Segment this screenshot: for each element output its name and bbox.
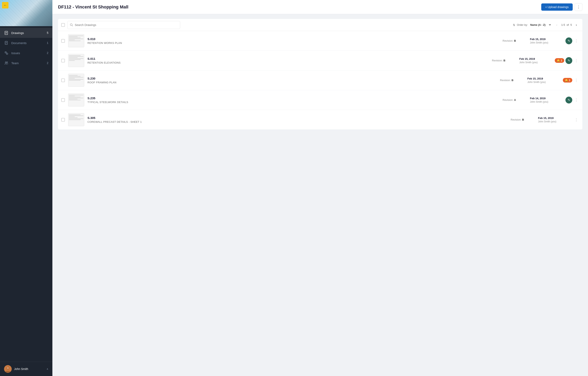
drawing-code: S.230 — [87, 77, 497, 80]
team-badge: 2 — [44, 61, 48, 65]
svg-point-11 — [5, 62, 6, 63]
thumbnail-preview — [69, 35, 83, 47]
date-info: Feb 15, 2019 John Smith (you) — [519, 57, 552, 64]
order-by-label: Order by: — [517, 23, 528, 26]
svg-line-17 — [72, 25, 73, 26]
drawings-icon — [4, 31, 9, 35]
avatar — [4, 365, 12, 373]
list-toolbar: ⇅ Order by: Name (A - Z) Name (Z - A) Da… — [58, 19, 582, 31]
thumbnail-preview — [69, 114, 83, 125]
date-text: Feb 15, 2019 — [527, 77, 560, 80]
drawing-row: S.230 ROOF FRAMING PLAN Revision: B Feb … — [58, 71, 582, 90]
upload-drawings-button[interactable]: + Upload drawings — [541, 3, 573, 11]
search-wrapper — [67, 21, 180, 29]
row-actions: 🔔1 ⋮ — [563, 77, 579, 83]
header-actions: + Upload drawings ⋮ — [541, 3, 582, 11]
main-content: DF112 - Vincent St Shopping Mall + Uploa… — [52, 0, 588, 376]
revision-letter: B — [514, 39, 516, 42]
sidebar-project-image: ← — [0, 0, 52, 26]
revision-info: Revision: B — [502, 39, 527, 42]
sidebar: ← Drawings 5 — [0, 0, 52, 376]
sidebar-item-issues[interactable]: Issues 2 — [0, 48, 52, 58]
chevron-up-icon: ∧ — [46, 367, 48, 370]
thumbnail-preview — [69, 94, 83, 106]
row-checkbox-2[interactable] — [61, 79, 65, 82]
sidebar-item-team[interactable]: Team 2 — [0, 58, 52, 68]
order-select[interactable]: Name (A - Z) Name (Z - A) Date (Newest) … — [529, 23, 552, 27]
drawing-thumbnail — [68, 74, 84, 87]
drawing-info: S.010 RETENTION WORKS PLAN — [87, 37, 499, 44]
drawing-info: S.305 COREWALL PRECAST DETAILS - SHEET 1 — [87, 116, 507, 123]
page-header: DF112 - Vincent St Shopping Mall + Uploa… — [52, 0, 588, 14]
drawing-row: S.011 RETENTION ELEVATIONS Revision: B F… — [58, 51, 582, 71]
edit-button[interactable]: ✎ — [566, 57, 572, 64]
issues-badge: 2 — [44, 51, 48, 54]
edit-button[interactable]: ✎ — [566, 97, 572, 104]
thumbnail-preview — [69, 74, 83, 86]
bell-icon: 🔔 — [565, 79, 568, 82]
sort-arrows-icon[interactable]: ⇅ — [513, 23, 515, 27]
date-info: Feb 15, 2019 John Smith (you) — [530, 38, 562, 44]
date-user: John Smith (you) — [530, 41, 562, 44]
row-checkbox-4[interactable] — [61, 118, 65, 122]
drawing-list: S.010 RETENTION WORKS PLAN Revision: B F… — [58, 31, 582, 129]
row-more-button[interactable]: ⋮ — [574, 117, 579, 123]
row-checkbox-0[interactable] — [61, 39, 65, 43]
date-user: John Smith (you) — [519, 61, 552, 64]
row-actions: ✎ ⋮ — [566, 97, 579, 104]
drawing-thumbnail — [68, 94, 84, 106]
documents-icon — [4, 41, 9, 45]
drawing-row: S.010 RETENTION WORKS PLAN Revision: B F… — [58, 31, 582, 51]
row-actions: 🔔1 ✎ ⋮ — [555, 57, 579, 64]
edit-button[interactable]: ✎ — [566, 37, 572, 44]
alert-badge: 🔔1 — [555, 58, 564, 63]
prev-page-button[interactable]: ‹ — [554, 22, 560, 28]
drawing-row: S.305 COREWALL PRECAST DETAILS - SHEET 1… — [58, 110, 582, 129]
date-info: Feb 15, 2019 John Smith (you) — [527, 77, 560, 84]
row-more-button[interactable]: ⋮ — [574, 97, 579, 103]
row-more-button[interactable]: ⋮ — [574, 77, 579, 83]
issues-label: Issues — [11, 51, 44, 55]
page-total: 5 — [570, 23, 572, 26]
date-user: John Smith (you) — [530, 100, 562, 103]
of-label: of — [567, 23, 569, 26]
row-actions: ✎ ⋮ — [566, 37, 579, 44]
date-text: Feb 15, 2019 — [530, 38, 562, 41]
drawings-badge: 5 — [44, 31, 48, 34]
revision-info: Revision: B — [511, 118, 535, 121]
drawing-info: S.011 RETENTION ELEVATIONS — [87, 57, 489, 64]
select-all-checkbox[interactable] — [61, 23, 65, 27]
revision-info: Revision: A — [502, 98, 527, 102]
page-title: DF112 - Vincent St Shopping Mall — [58, 4, 128, 10]
date-info: Feb 15, 2019 John Smith (you) — [538, 116, 570, 123]
documents-badge: 1 — [44, 41, 48, 44]
back-button[interactable]: ← — [2, 2, 9, 9]
drawing-code: S.010 — [87, 37, 499, 41]
team-label: Team — [11, 61, 44, 65]
sidebar-item-drawings[interactable]: Drawings 5 — [0, 28, 52, 38]
sidebar-nav: Drawings 5 Documents 1 — [0, 26, 52, 362]
next-page-button[interactable]: › — [574, 22, 579, 28]
date-user: John Smith (you) — [527, 81, 560, 84]
revision-letter: B — [512, 79, 513, 82]
user-profile[interactable]: John Smith ∧ — [0, 362, 52, 376]
row-checkbox-3[interactable] — [61, 98, 65, 102]
row-actions: ⋮ — [574, 117, 579, 123]
drawing-name: ROOF FRAMING PLAN — [87, 81, 497, 84]
row-more-button[interactable]: ⋮ — [574, 38, 579, 44]
page-range: 1-5 — [561, 23, 565, 26]
drawing-code: S.011 — [87, 57, 489, 60]
revision-letter: B — [503, 59, 505, 62]
row-more-button[interactable]: ⋮ — [574, 58, 579, 63]
bell-icon: 🔔 — [557, 59, 560, 62]
svg-point-12 — [7, 62, 8, 63]
sidebar-item-documents[interactable]: Documents 1 — [0, 38, 52, 48]
content-area: ⇅ Order by: Name (A - Z) Name (Z - A) Da… — [52, 14, 588, 376]
search-input[interactable] — [75, 23, 177, 27]
drawing-name: RETENTION WORKS PLAN — [87, 42, 499, 44]
more-options-button[interactable]: ⋮ — [575, 3, 582, 11]
drawing-row: S.235 TYPICAL STEELWORK DETAILS Revision… — [58, 90, 582, 110]
documents-label: Documents — [11, 41, 44, 45]
row-checkbox-1[interactable] — [61, 59, 65, 63]
date-text: Feb 14, 2019 — [530, 97, 562, 100]
